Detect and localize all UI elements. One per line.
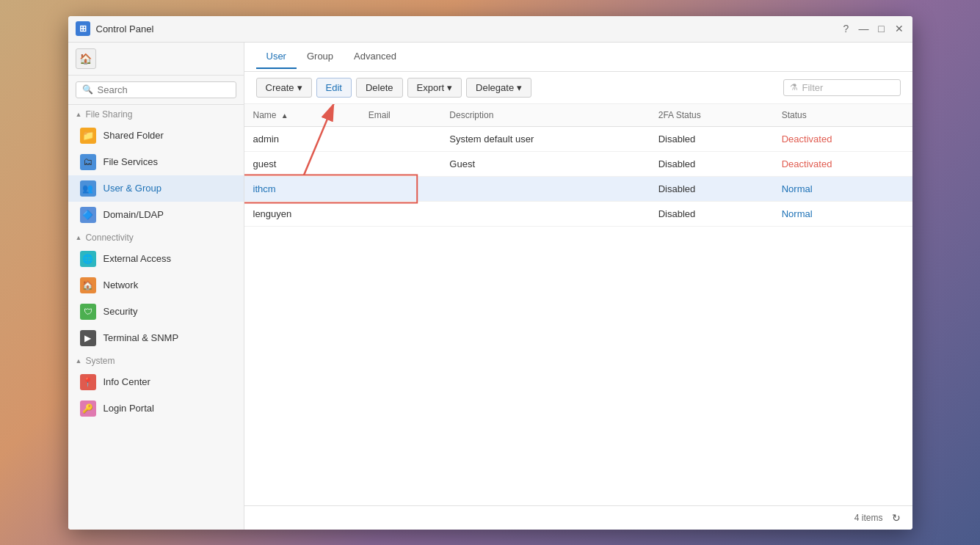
filter-icon: ⚗ — [790, 82, 798, 92]
sidebar-home[interactable]: 🏠 — [68, 43, 244, 76]
table-row[interactable]: ithcmDisabledNormal — [244, 176, 912, 201]
sidebar-item-security[interactable]: 🛡 Security — [68, 299, 244, 325]
close-button[interactable]: ✕ — [893, 23, 905, 34]
table-cell — [440, 201, 649, 226]
login-portal-icon: 🔑 — [80, 400, 96, 417]
delete-button[interactable]: Delete — [356, 78, 403, 98]
delegate-button[interactable]: Delegate ▾ — [466, 78, 531, 98]
network-icon: 🏠 — [80, 277, 96, 293]
export-button[interactable]: Export ▾ — [407, 78, 462, 98]
section-label-file-sharing: File Sharing — [85, 109, 132, 120]
sidebar-item-label-info-center: Info Center — [104, 376, 150, 387]
sidebar-search-container: 🔍 — [68, 76, 244, 105]
sidebar-item-label-external-access: External Access — [104, 253, 172, 264]
chevron-icon-file-sharing: ▲ — [76, 111, 82, 118]
sidebar-item-user-group[interactable]: 👥 User & Group — [68, 175, 244, 202]
item-count: 4 items — [854, 513, 883, 523]
sidebar-item-label-user-group: User & Group — [104, 183, 161, 194]
sort-arrow-name: ▲ — [281, 111, 288, 120]
table-row[interactable]: guestGuestDisabledDeactivated — [244, 151, 912, 176]
table-cell: Deactivated — [773, 126, 912, 151]
filter-placeholder: Filter — [802, 82, 824, 93]
home-icon[interactable]: 🏠 — [76, 48, 96, 69]
sidebar-item-info-center[interactable]: 📍 Info Center — [68, 369, 244, 395]
table-cell: Disabled — [650, 176, 773, 201]
domain-ldap-icon: 🔷 — [80, 207, 96, 223]
chevron-icon-connectivity: ▲ — [76, 234, 82, 241]
search-icon: 🔍 — [82, 84, 93, 95]
app-icon: ⊞ — [76, 21, 90, 36]
window-title: Control Panel — [96, 23, 841, 34]
sidebar-item-file-services[interactable]: 🗂 File Services — [68, 149, 244, 175]
minimize-button[interactable]: — — [858, 23, 870, 34]
table-cell — [360, 151, 441, 176]
delegate-dropdown-arrow: ▾ — [517, 82, 522, 93]
sidebar-item-label-security: Security — [104, 306, 138, 317]
sidebar-item-label-file-services: File Services — [104, 156, 158, 167]
footer-bar: 4 items ↻ — [244, 505, 912, 530]
create-button[interactable]: Create ▾ — [256, 78, 312, 98]
user-table: Name ▲ Email Description 2FA Status Stat… — [244, 104, 912, 227]
tabs-bar: User Group Advanced — [244, 43, 912, 72]
toolbar: Create ▾ Edit Delete Export ▾ Delegate ▾ — [244, 72, 912, 104]
control-panel-window: ⊞ Control Panel ? — □ ✕ 🏠 🔍 ▲ Fi — [68, 16, 912, 530]
table-cell — [360, 126, 441, 151]
table-cell: Disabled — [650, 151, 773, 176]
col-header-description: Description — [440, 104, 649, 127]
table-cell — [440, 176, 649, 201]
main-content: 🏠 🔍 ▲ File Sharing 📁 Shared Folder 🗂 Fil… — [68, 43, 912, 530]
terminal-snmp-icon: ▶ — [80, 330, 96, 346]
table-cell: admin — [244, 126, 360, 151]
sidebar-item-domain-ldap[interactable]: 🔷 Domain/LDAP — [68, 202, 244, 228]
edit-button[interactable]: Edit — [316, 78, 352, 98]
tab-user[interactable]: User — [256, 45, 297, 69]
table-cell: guest — [244, 151, 360, 176]
table-cell: Disabled — [650, 201, 773, 226]
section-header-connectivity[interactable]: ▲ Connectivity — [68, 228, 244, 246]
table-cell: Deactivated — [773, 151, 912, 176]
table-row[interactable]: adminSystem default userDisabledDeactiva… — [244, 126, 912, 151]
filter-box[interactable]: ⚗ Filter — [783, 79, 901, 96]
table-header-row: Name ▲ Email Description 2FA Status Stat… — [244, 104, 912, 127]
sidebar-item-label-domain-ldap: Domain/LDAP — [104, 209, 164, 220]
sidebar-item-shared-folder[interactable]: 📁 Shared Folder — [68, 122, 244, 149]
user-group-icon: 👥 — [80, 180, 96, 197]
table-body: adminSystem default userDisabledDeactiva… — [244, 126, 912, 226]
table-cell: Disabled — [650, 126, 773, 151]
col-header-name[interactable]: Name ▲ — [244, 104, 360, 127]
col-header-tfa: 2FA Status — [650, 104, 773, 127]
sidebar-item-network[interactable]: 🏠 Network — [68, 272, 244, 299]
tab-group[interactable]: Group — [297, 45, 344, 69]
maximize-button[interactable]: □ — [876, 23, 888, 34]
sidebar-item-label-terminal-snmp: Terminal & SNMP — [104, 332, 179, 343]
section-label-system: System — [85, 356, 115, 366]
titlebar: ⊞ Control Panel ? — □ ✕ — [68, 16, 912, 43]
export-dropdown-arrow: ▾ — [447, 82, 452, 93]
file-services-icon: 🗂 — [80, 154, 96, 170]
sidebar-item-label-shared-folder: Shared Folder — [104, 130, 164, 141]
create-dropdown-arrow: ▾ — [297, 82, 302, 93]
search-input[interactable] — [98, 84, 230, 95]
refresh-button[interactable]: ↻ — [889, 511, 904, 525]
section-header-system[interactable]: ▲ System — [68, 351, 244, 369]
shared-folder-icon: 📁 — [80, 128, 96, 144]
info-center-icon: 📍 — [80, 374, 96, 390]
table-cell: System default user — [440, 126, 649, 151]
security-icon: 🛡 — [80, 304, 96, 320]
sidebar-item-external-access[interactable]: 🌐 External Access — [68, 246, 244, 272]
help-button[interactable]: ? — [841, 23, 852, 34]
table-cell — [360, 176, 441, 201]
search-box[interactable]: 🔍 — [76, 81, 236, 98]
table-row[interactable]: lenguyenDisabledNormal — [244, 201, 912, 226]
sidebar: 🏠 🔍 ▲ File Sharing 📁 Shared Folder 🗂 Fil… — [68, 43, 244, 530]
sidebar-item-terminal-snmp[interactable]: ▶ Terminal & SNMP — [68, 325, 244, 351]
tab-advanced[interactable]: Advanced — [344, 45, 407, 69]
table-cell: Guest — [440, 151, 649, 176]
sidebar-item-label-login-portal: Login Portal — [104, 403, 154, 414]
chevron-icon-system: ▲ — [76, 357, 82, 365]
sidebar-item-login-portal[interactable]: 🔑 Login Portal — [68, 395, 244, 422]
user-table-container: Name ▲ Email Description 2FA Status Stat… — [244, 104, 912, 505]
table-cell: Normal — [773, 176, 912, 201]
col-header-status: Status — [773, 104, 912, 127]
section-header-file-sharing[interactable]: ▲ File Sharing — [68, 105, 244, 122]
